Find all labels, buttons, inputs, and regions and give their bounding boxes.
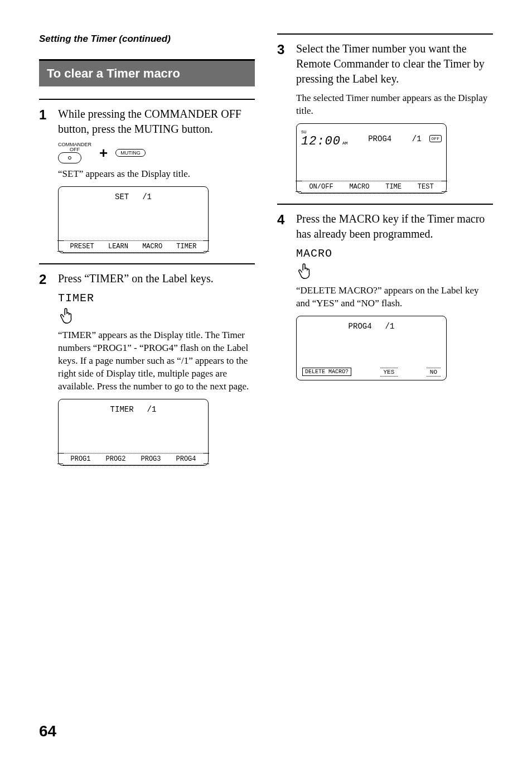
running-head: Setting the Timer (continued) (39, 33, 255, 45)
press-hand-icon (296, 262, 313, 280)
left-column: Setting the Timer (continued) To clear a… (39, 33, 255, 466)
section-heading: To clear a Timer macro (39, 59, 255, 86)
clock-time: 12:00 (301, 134, 341, 148)
label-key-word: TIMER (58, 292, 255, 305)
display-page: /1 (142, 192, 152, 201)
step-number: 4 (277, 211, 291, 380)
step-sub-text: “SET” appears as the Display title. (58, 168, 255, 181)
label-key-row: ON/OFF MACRO TIME TEST (301, 181, 442, 193)
display-title: SET (115, 192, 129, 201)
no-key: NO (427, 368, 441, 377)
step-4: 4 Press the MACRO key if the Timer macro… (277, 211, 493, 380)
step-main-text: Press the MACRO key if the Timer macro h… (296, 211, 493, 242)
label-key-row: PRESET LEARN MACRO TIMER (63, 240, 204, 253)
step-3: 3 Select the Timer number you want the R… (277, 41, 493, 194)
step-main-text: Select the Timer number you want the Rem… (296, 41, 493, 86)
divider (277, 204, 493, 205)
off-caption: OFF (58, 147, 91, 152)
divider (277, 33, 493, 35)
delete-macro-prompt: DELETE MACRO? (302, 368, 351, 376)
label-key: PROG2 (105, 455, 125, 463)
lcd-display-set: SET /1 PRESET LEARN MACRO TIMER (58, 186, 209, 253)
press-hand-icon (58, 307, 75, 325)
yes-key: YES (380, 368, 398, 377)
lcd-display-prog4-clock: SU 12:00 AM PROG4 /1 OFF ON/O (296, 123, 447, 194)
right-column: 3 Select the Timer number you want the R… (277, 33, 493, 466)
display-page: /1 (385, 322, 395, 331)
lcd-display-timer: TIMER /1 PROG1 PROG2 PROG3 PROG4 (58, 399, 209, 466)
delete-macro-row: DELETE MACRO? YES NO (301, 368, 442, 380)
label-key-word: MACRO (296, 247, 493, 260)
step-1: 1 While pressing the COMMANDER OFF butto… (39, 107, 255, 253)
clock-day: SU (301, 129, 307, 134)
step-sub-text: The selected Timer number appears as the… (296, 92, 493, 118)
label-key: PROG3 (141, 455, 161, 463)
label-key: MACRO (349, 183, 369, 191)
step-number: 3 (277, 41, 291, 194)
step-sub-text: “TIMER” appears as the Display title. Th… (58, 329, 255, 393)
step-number: 2 (39, 271, 52, 466)
display-title: PROG4 (354, 134, 407, 143)
step-sub-text: “DELETE MACRO?” appears on the Label key… (296, 285, 493, 310)
step-main-text: While pressing the COMMANDER OFF button,… (58, 107, 255, 137)
step-2: 2 Press “TIMER” on the Label keys. TIMER… (39, 271, 255, 466)
label-key: MACRO (142, 243, 162, 250)
label-key: TEST (418, 183, 434, 191)
label-key-row: PROG1 PROG2 PROG3 PROG4 (63, 453, 204, 465)
button-illustration-row: COMMANDER OFF + MUTING (58, 142, 255, 163)
step-main-text: Press “TIMER” on the Label keys. (58, 271, 255, 286)
label-key: PROG1 (70, 455, 90, 463)
commander-off-button-graphic: COMMANDER OFF (58, 142, 91, 163)
display-title: PROG4 (349, 322, 372, 331)
page-number: 64 (39, 722, 56, 740)
divider (39, 99, 255, 100)
label-key: TIME (385, 183, 402, 191)
label-key: PRESET (70, 243, 94, 250)
label-key: TIMER (176, 243, 196, 250)
display-page: /1 (412, 134, 422, 143)
step-number: 1 (39, 107, 52, 253)
plus-icon: + (99, 144, 108, 162)
label-key: LEARN (108, 243, 128, 250)
label-key: PROG4 (176, 455, 196, 463)
lcd-display-delete-macro: PROG4 /1 DELETE MACRO? YES NO (296, 316, 447, 380)
muting-button-graphic: MUTING (115, 149, 146, 157)
display-page: /1 (147, 405, 157, 414)
clock-ampm: AM (342, 141, 348, 146)
display-title: TIMER (110, 405, 134, 414)
divider (39, 263, 255, 264)
off-badge: OFF (429, 135, 442, 142)
oval-button-icon (58, 152, 81, 163)
label-key: ON/OFF (309, 183, 333, 191)
